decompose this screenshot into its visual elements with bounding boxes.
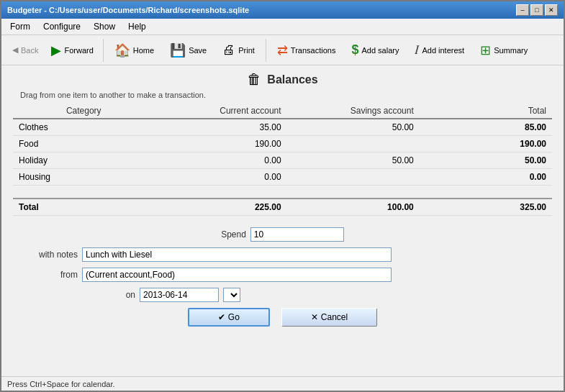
total-current: 225.00 — [154, 199, 286, 216]
separator-2 — [266, 39, 266, 62]
add-interest-button[interactable]: 𝐼 Add interest — [408, 39, 471, 61]
on-row: on ▼ — [20, 288, 545, 302]
save-label: Save — [189, 46, 207, 55]
notes-input[interactable] — [82, 247, 392, 262]
cancel-button[interactable]: ✕ Cancel — [281, 308, 377, 327]
window-controls: – □ ✕ — [516, 4, 558, 16]
date-input[interactable] — [140, 288, 219, 302]
spend-row: Spend — [20, 227, 545, 242]
go-label: Go — [228, 312, 240, 322]
balance-table: Category Current account Savings account… — [13, 104, 552, 216]
toolbar: ◀ Back ▶ Forward 🏠 Home 💾 Save 🖨 Print ⇄… — [1, 35, 564, 65]
from-label: from — [20, 270, 78, 280]
cell-total: 190.00 — [420, 136, 552, 152]
total-total: 325.00 — [420, 199, 552, 216]
cell-category: Holiday — [13, 152, 154, 169]
spend-label: Spend — [221, 229, 246, 240]
date-dropdown[interactable]: ▼ — [223, 288, 240, 302]
transactions-button[interactable]: ⇄ Transactions — [271, 39, 343, 62]
total-row: Total 225.00 100.00 325.00 — [13, 199, 552, 216]
menu-configure-label: Configure — [43, 22, 81, 32]
summary-button[interactable]: ⊞ Summary — [474, 39, 534, 62]
main-window: Budgeter - C:/Users/user/Documents/Richa… — [0, 0, 565, 392]
table-row[interactable]: Holiday 0.00 50.00 50.00 — [13, 152, 552, 169]
table-row[interactable]: Food 190.00 190.00 — [13, 136, 552, 152]
header-total: Total — [420, 104, 552, 119]
main-content: 🗑 Balances Drag from one item to another… — [1, 65, 564, 376]
cancel-icon: ✕ — [311, 312, 318, 322]
menu-configure[interactable]: Configure — [37, 20, 86, 33]
menu-help[interactable]: Help — [122, 20, 152, 33]
close-button[interactable]: ✕ — [545, 4, 558, 16]
cell-current: 190.00 — [154, 136, 286, 152]
add-salary-button[interactable]: $ Add salary — [345, 39, 405, 61]
cell-total: 50.00 — [420, 152, 552, 169]
from-row: from — [20, 268, 545, 282]
cell-savings: 50.00 — [287, 152, 420, 169]
home-button[interactable]: 🏠 Home — [108, 39, 161, 62]
header-savings: Savings account — [287, 104, 420, 119]
menu-show[interactable]: Show — [88, 20, 121, 33]
add-salary-icon: $ — [351, 42, 358, 58]
spend-input[interactable] — [250, 227, 344, 242]
forward-arrow-icon: ▶ — [51, 42, 61, 58]
transactions-label: Transactions — [291, 46, 336, 55]
home-icon: 🏠 — [114, 42, 130, 58]
add-interest-icon: 𝐼 — [415, 42, 419, 58]
save-button[interactable]: 💾 Save — [163, 39, 213, 62]
print-label: Print — [238, 46, 255, 55]
summary-icon: ⊞ — [480, 42, 491, 58]
maximize-button[interactable]: □ — [530, 4, 543, 16]
go-button[interactable]: ✔ Go — [188, 308, 270, 327]
status-bar: Press Ctrl+Space for calendar. — [1, 376, 564, 391]
action-buttons: ✔ Go ✕ Cancel — [20, 308, 545, 327]
balances-icon: 🗑 — [247, 71, 261, 88]
total-savings: 100.00 — [287, 199, 420, 216]
menu-bar: Form Configure Show Help — [1, 19, 564, 35]
minimize-button[interactable]: – — [516, 4, 529, 16]
menu-show-label: Show — [94, 22, 115, 32]
transactions-icon: ⇄ — [277, 42, 288, 58]
print-icon: 🖨 — [222, 42, 235, 58]
add-salary-label: Add salary — [361, 46, 399, 55]
back-label: Back — [21, 46, 38, 55]
header-current: Current account — [154, 104, 286, 119]
cell-category: Housing — [13, 169, 154, 186]
total-label: Total — [13, 199, 154, 216]
back-arrow-icon: ◀ — [12, 45, 18, 55]
table-row[interactable]: Clothes 35.00 50.00 85.00 — [13, 119, 552, 136]
summary-label: Summary — [494, 46, 528, 55]
go-icon: ✔ — [218, 312, 225, 322]
menu-help-label: Help — [128, 22, 146, 32]
empty-row — [13, 186, 552, 199]
notes-label: with notes — [20, 250, 78, 260]
cell-savings — [287, 169, 420, 186]
cell-category: Food — [13, 136, 154, 152]
header-category: Category — [13, 104, 154, 119]
cell-current: 35.00 — [154, 119, 286, 136]
cell-current: 0.00 — [154, 169, 286, 186]
cell-savings: 50.00 — [287, 119, 420, 136]
title-bar: Budgeter - C:/Users/user/Documents/Richa… — [1, 1, 564, 19]
forward-label: Forward — [64, 46, 93, 55]
table-row[interactable]: Housing 0.00 0.00 — [13, 169, 552, 186]
page-header: 🗑 Balances — [247, 71, 317, 88]
menu-form[interactable]: Form — [4, 20, 36, 33]
notes-row: with notes — [20, 247, 545, 262]
on-label: on — [78, 290, 135, 300]
print-button[interactable]: 🖨 Print — [216, 39, 261, 61]
cell-total: 85.00 — [420, 119, 552, 136]
transaction-area: Spend with notes from on ▼ ✔ — [13, 222, 552, 332]
home-label: Home — [133, 46, 154, 55]
window-title: Budgeter - C:/Users/user/Documents/Richa… — [7, 6, 249, 14]
forward-button[interactable]: ▶ Forward — [46, 39, 98, 62]
page-title: Balances — [267, 73, 317, 86]
status-text: Press Ctrl+Space for calendar. — [7, 380, 115, 388]
menu-form-label: Form — [10, 22, 30, 32]
cancel-label: Cancel — [321, 312, 348, 322]
cell-total: 0.00 — [420, 169, 552, 186]
from-input[interactable] — [82, 268, 392, 282]
add-interest-label: Add interest — [422, 46, 464, 55]
cell-category: Clothes — [13, 119, 154, 136]
back-button[interactable]: ◀ Back — [7, 42, 43, 58]
